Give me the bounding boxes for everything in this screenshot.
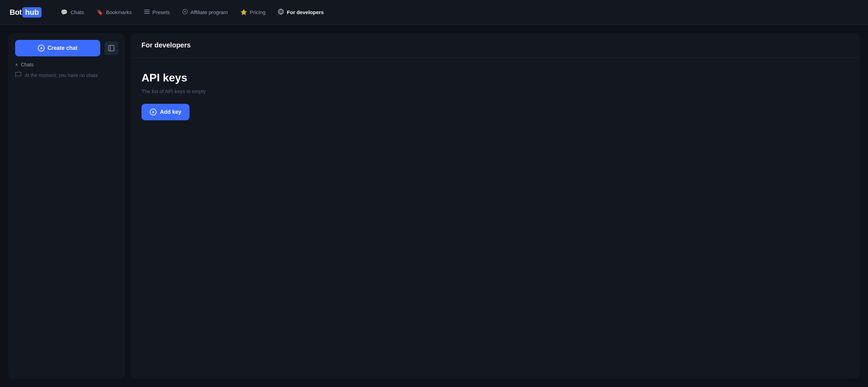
chat-icon: 💬 bbox=[61, 9, 68, 15]
nav-label-bookmarks: Bookmarks bbox=[106, 9, 132, 15]
api-keys-empty-text: The list of API keys is empty bbox=[141, 88, 849, 94]
nav-label-chats: Chats bbox=[70, 9, 84, 15]
add-key-button[interactable]: + Add key bbox=[141, 104, 190, 120]
chevron-up-icon: ∧ bbox=[15, 62, 18, 67]
presets-icon bbox=[144, 9, 150, 16]
sidebar: + Create chat ∧ Chats bbox=[8, 33, 125, 379]
pricing-icon: ⭐ bbox=[240, 9, 247, 15]
svg-rect-1 bbox=[144, 11, 150, 12]
svg-rect-2 bbox=[144, 13, 150, 14]
chats-section-label: Chats bbox=[21, 62, 34, 67]
no-chats-icon bbox=[15, 71, 21, 79]
page-title: For developers bbox=[141, 41, 849, 49]
nav-label-affiliate: Affiliate program bbox=[191, 9, 228, 15]
svg-rect-0 bbox=[144, 10, 150, 10]
bookmark-icon: 🔖 bbox=[96, 9, 103, 15]
create-chat-button[interactable]: + Create chat bbox=[15, 40, 100, 56]
nav-label-presets: Presets bbox=[152, 9, 170, 15]
chats-header[interactable]: ∧ Chats bbox=[15, 62, 118, 67]
create-chat-row: + Create chat bbox=[15, 40, 118, 56]
nav-item-pricing[interactable]: ⭐ Pricing bbox=[235, 6, 271, 18]
add-key-plus-icon: + bbox=[150, 109, 157, 115]
svg-point-6 bbox=[279, 11, 281, 12]
no-chats-message: At the moment, you have no chats bbox=[15, 70, 118, 80]
logo-bot-text: Bot bbox=[10, 8, 22, 17]
sidebar-toggle-button[interactable] bbox=[104, 41, 118, 55]
add-key-label: Add key bbox=[160, 109, 181, 115]
developers-icon bbox=[278, 9, 284, 16]
svg-point-4 bbox=[184, 11, 186, 12]
create-chat-label: Create chat bbox=[47, 45, 77, 51]
nav-item-developers[interactable]: For developers bbox=[272, 6, 329, 19]
nav-item-bookmarks[interactable]: 🔖 Bookmarks bbox=[91, 6, 137, 18]
content-header: For developers bbox=[130, 33, 860, 58]
svg-rect-8 bbox=[108, 45, 114, 51]
api-keys-title: API keys bbox=[141, 71, 849, 84]
logo-hub-text: hub bbox=[22, 7, 42, 18]
nav-item-presets[interactable]: Presets bbox=[139, 6, 175, 19]
affiliate-icon bbox=[182, 9, 188, 16]
svg-point-5 bbox=[278, 9, 284, 14]
content-body: API keys The list of API keys is empty +… bbox=[130, 58, 860, 134]
svg-point-7 bbox=[282, 11, 283, 12]
nav-item-affiliate[interactable]: Affiliate program bbox=[177, 6, 233, 19]
plus-circle-icon: + bbox=[38, 45, 45, 52]
nav-item-chats[interactable]: 💬 Chats bbox=[55, 6, 89, 18]
chats-section: ∧ Chats At the moment, you have no chats bbox=[15, 62, 118, 80]
nav-items: 💬 Chats 🔖 Bookmarks Presets bbox=[55, 6, 858, 19]
no-chats-text: At the moment, you have no chats bbox=[25, 73, 98, 78]
content-area: For developers API keys The list of API … bbox=[130, 33, 860, 379]
logo[interactable]: Bothub bbox=[10, 7, 42, 18]
panel-icon bbox=[108, 45, 114, 51]
nav-label-developers: For developers bbox=[287, 9, 324, 15]
main-layout: + Create chat ∧ Chats bbox=[0, 25, 868, 387]
navbar: Bothub 💬 Chats 🔖 Bookmarks Presets bbox=[0, 0, 868, 25]
nav-label-pricing: Pricing bbox=[250, 9, 266, 15]
